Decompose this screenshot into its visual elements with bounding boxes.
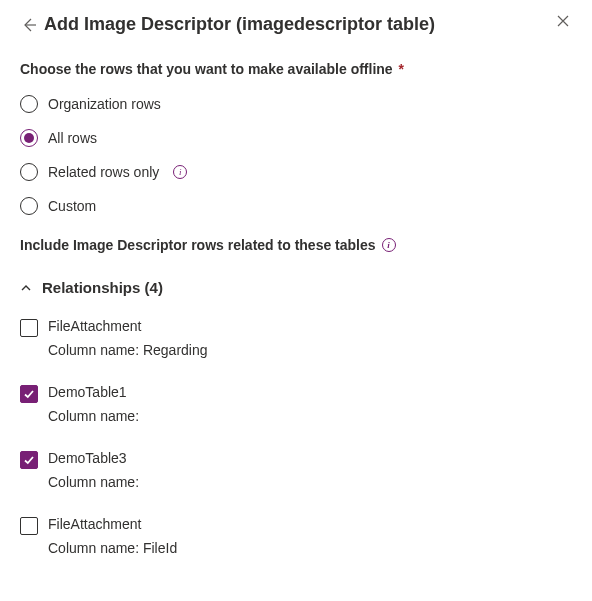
- row-option-radio[interactable]: Organization rows: [20, 95, 572, 113]
- relationship-item: DemoTable1Column name:: [20, 384, 572, 424]
- relationship-texts: FileAttachmentColumn name: FileId: [48, 516, 177, 556]
- relationships-list: FileAttachmentColumn name: RegardingDemo…: [20, 318, 572, 556]
- row-options-group: Organization rowsAll rowsRelated rows on…: [20, 95, 572, 215]
- radio-circle: [20, 163, 38, 181]
- relationships-count: 4: [150, 279, 158, 296]
- chevron-up-icon: [20, 282, 32, 294]
- column-name-label: Column name:: [48, 408, 139, 424]
- relationships-toggle[interactable]: Relationships (4): [20, 279, 572, 296]
- radio-circle: [20, 129, 38, 147]
- required-marker: *: [399, 61, 404, 77]
- row-option-label: Organization rows: [48, 96, 161, 112]
- relationships-label-text: Relationships: [42, 279, 140, 296]
- arrow-left-icon: [21, 17, 37, 33]
- relationship-column-name: Column name: Regarding: [48, 342, 208, 358]
- row-option-label: All rows: [48, 130, 97, 146]
- relationship-checkbox[interactable]: [20, 385, 38, 403]
- column-name-value: Regarding: [139, 342, 208, 358]
- relationship-texts: FileAttachmentColumn name: Regarding: [48, 318, 208, 358]
- column-name-label: Column name:: [48, 474, 139, 490]
- relationship-checkbox[interactable]: [20, 319, 38, 337]
- info-icon[interactable]: i: [382, 238, 396, 252]
- close-button[interactable]: [554, 12, 572, 30]
- rows-prompt: Choose the rows that you want to make av…: [20, 61, 572, 77]
- relationship-item: FileAttachmentColumn name: Regarding: [20, 318, 572, 358]
- info-icon[interactable]: i: [173, 165, 187, 179]
- check-icon: [23, 388, 35, 400]
- check-icon: [23, 454, 35, 466]
- related-tables-heading: Include Image Descriptor rows related to…: [20, 237, 572, 253]
- column-name-label: Column name:: [48, 540, 139, 556]
- row-option-radio[interactable]: Related rows onlyi: [20, 163, 572, 181]
- column-name-value: FileId: [139, 540, 177, 556]
- back-button[interactable]: [20, 16, 38, 34]
- row-option-label: Related rows only: [48, 164, 159, 180]
- relationship-checkbox[interactable]: [20, 517, 38, 535]
- relationship-name: DemoTable3: [48, 450, 139, 466]
- relationship-texts: DemoTable3Column name:: [48, 450, 139, 490]
- row-option-label: Custom: [48, 198, 96, 214]
- row-option-radio[interactable]: Custom: [20, 197, 572, 215]
- relationship-item: FileAttachmentColumn name: FileId: [20, 516, 572, 556]
- relationship-item: DemoTable3Column name:: [20, 450, 572, 490]
- radio-circle: [20, 95, 38, 113]
- page-title: Add Image Descriptor (imagedescriptor ta…: [44, 14, 435, 35]
- relationship-column-name: Column name:: [48, 474, 139, 490]
- column-name-label: Column name:: [48, 342, 139, 358]
- related-tables-heading-text: Include Image Descriptor rows related to…: [20, 237, 376, 253]
- relationship-name: FileAttachment: [48, 318, 208, 334]
- relationship-texts: DemoTable1Column name:: [48, 384, 139, 424]
- relationship-name: FileAttachment: [48, 516, 177, 532]
- row-option-radio[interactable]: All rows: [20, 129, 572, 147]
- relationship-checkbox[interactable]: [20, 451, 38, 469]
- relationship-column-name: Column name: FileId: [48, 540, 177, 556]
- relationships-section-label: Relationships (4): [42, 279, 163, 296]
- relationship-name: DemoTable1: [48, 384, 139, 400]
- close-icon: [556, 14, 570, 28]
- radio-dot: [24, 133, 34, 143]
- radio-circle: [20, 197, 38, 215]
- relationship-column-name: Column name:: [48, 408, 139, 424]
- rows-prompt-text: Choose the rows that you want to make av…: [20, 61, 393, 77]
